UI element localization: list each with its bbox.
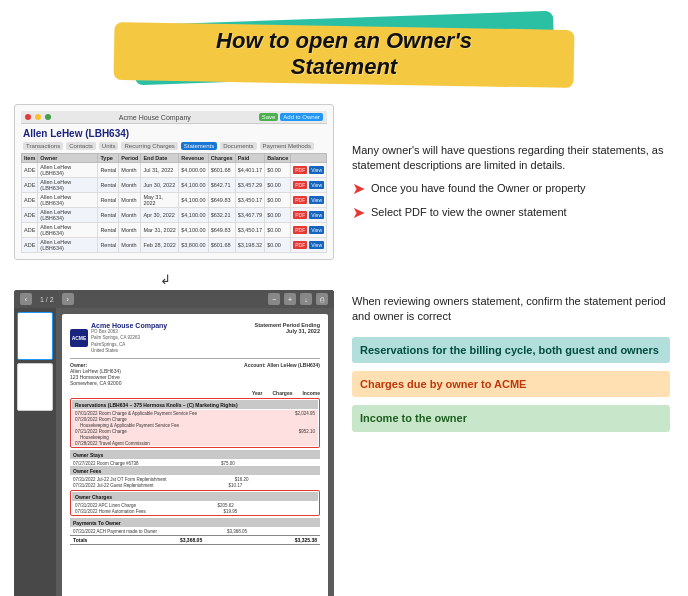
table-cell: Month — [119, 178, 141, 193]
pdf-btn-print[interactable]: ⎙ — [316, 293, 328, 305]
col-charges: Charges — [208, 154, 235, 163]
table-row: ADEAllen LeHew (LBH634)RentalMonthApr 30… — [22, 208, 327, 223]
table-cell: Mar 31, 2022 — [141, 223, 179, 238]
pdf-btn-prev[interactable]: ‹ — [20, 293, 32, 305]
nav-payments[interactable]: Payment Methods — [260, 142, 314, 150]
view-btn[interactable]: View — [309, 181, 324, 189]
pdf-btn[interactable]: PDF — [293, 241, 307, 249]
table-actions[interactable]: PDFView — [291, 193, 327, 208]
table-cell: ADE — [22, 163, 38, 178]
res-row-6: 07/28/2022 Travel Agent Commission — [72, 440, 318, 446]
table-cell: $0.00 — [265, 238, 291, 253]
owner-fees-row-2: 07/31/2022 Jul-22 Guest Replenishment$10… — [70, 482, 320, 488]
pdf-btn-zoom-out[interactable]: − — [268, 293, 280, 305]
table-cell: $4,401.17 — [235, 163, 264, 178]
table-cell: $601.68 — [208, 163, 235, 178]
table-cell: $649.83 — [208, 193, 235, 208]
pdf-thumb-2[interactable] — [17, 363, 53, 411]
table-cell: Month — [119, 208, 141, 223]
view-btn[interactable]: View — [309, 211, 324, 219]
table-actions[interactable]: PDFView — [291, 163, 327, 178]
table-cell: $0.00 — [265, 193, 291, 208]
table-cell: $0.00 — [265, 223, 291, 238]
table-cell: $3,450.17 — [235, 193, 264, 208]
owner-label: Owner: — [70, 362, 87, 368]
acme-logo: ACME Acme House Company PO Box 2063Palm … — [70, 322, 167, 354]
acme-company-info: Acme House Company PO Box 2063Palm Sprin… — [91, 322, 167, 354]
table-cell: $3,800.00 — [179, 238, 208, 253]
table-cell: Allen LeHew (LBH634) — [38, 223, 98, 238]
pdf-btn[interactable]: PDF — [293, 166, 307, 174]
table-actions[interactable]: PDFView — [291, 238, 327, 253]
table-cell: Jul 31, 2022 — [141, 163, 179, 178]
table-cell: Rental — [98, 238, 119, 253]
banner-line1: How to open an Owner's — [216, 28, 472, 53]
pdf-owner-row: Owner: Allen LeHew (LBH634)123 Homeowner… — [70, 358, 320, 386]
table-actions[interactable]: PDFView — [291, 208, 327, 223]
statements-table: Item Owner Type Period End Date Revenue … — [21, 153, 327, 253]
note-arrow1: ➤ Once you have found the Owner or prope… — [352, 181, 670, 197]
add-to-owner-btn[interactable]: Add to Owner — [280, 113, 323, 121]
dot-yellow — [35, 114, 41, 120]
table-cell: Month — [119, 223, 141, 238]
banner-line2: Statement — [291, 54, 397, 79]
nav-contacts[interactable]: Contacts — [66, 142, 96, 150]
view-btn[interactable]: View — [309, 166, 324, 174]
pdf-header: ACME Acme House Company PO Box 2063Palm … — [70, 322, 320, 354]
table-cell: $4,100.00 — [179, 223, 208, 238]
nav-transactions[interactable]: Transactions — [23, 142, 63, 150]
cursor-area: ↲ — [160, 270, 688, 286]
pdf-btn[interactable]: PDF — [293, 226, 307, 234]
year-label-blank: Year — [252, 390, 263, 396]
table-cell: Month — [119, 163, 141, 178]
pdf-btn-next[interactable]: › — [62, 293, 74, 305]
top-note-panel: Many owner's will have questions regardi… — [348, 104, 674, 260]
dot-red — [25, 114, 31, 120]
table-cell: $4,000.00 — [179, 163, 208, 178]
pdf-btn[interactable]: PDF — [293, 181, 307, 189]
nav-recurring[interactable]: Recurring Charges — [121, 142, 177, 150]
note-line3: Select PDF to view the owner statement — [371, 205, 567, 220]
table-cell: Rental — [98, 223, 119, 238]
callout-intro: When reviewing owners statement, confirm… — [352, 294, 670, 325]
top-section: Acme House Company Save Add to Owner All… — [14, 104, 674, 260]
table-cell: Allen LeHew (LBH634) — [38, 178, 98, 193]
nav-units[interactable]: Units — [99, 142, 119, 150]
table-cell: Apr 30, 2022 — [141, 208, 179, 223]
table-row: ADEAllen LeHew (LBH634)RentalMonthFeb 28… — [22, 238, 327, 253]
table-cell: Jun 30, 2022 — [141, 178, 179, 193]
totals-charges: $3,368.05 — [180, 537, 202, 543]
col-paid: Paid — [235, 154, 264, 163]
pdf-thumb-1[interactable] — [17, 312, 53, 360]
arrow-icon-2: ➤ — [352, 205, 365, 221]
nav-documents[interactable]: Documents — [220, 142, 256, 150]
table-cell: $4,100.00 — [179, 208, 208, 223]
view-btn[interactable]: View — [309, 226, 324, 234]
totals-label: Totals — [73, 537, 87, 543]
note-line1: Many owner's will have questions regardi… — [352, 143, 670, 174]
pdf-btn-zoom-in[interactable]: + — [284, 293, 296, 305]
table-actions[interactable]: PDFView — [291, 223, 327, 238]
view-btn[interactable]: View — [309, 196, 324, 204]
nav-statements[interactable]: Statements — [181, 142, 217, 150]
table-cell: Rental — [98, 163, 119, 178]
pdf-btn[interactable]: PDF — [293, 211, 307, 219]
table-cell: Feb 28, 2022 — [141, 238, 179, 253]
table-cell: $0.00 — [265, 208, 291, 223]
table-cell: $0.00 — [265, 178, 291, 193]
pdf-toolbar: ‹ 1 / 2 › − + ↓ ⎙ — [14, 290, 334, 308]
table-cell: $649.83 — [208, 223, 235, 238]
company-addr: PO Box 2063Palm Springs, CA 92263PalmSpr… — [91, 329, 167, 354]
table-actions[interactable]: PDFView — [291, 178, 327, 193]
table-cell: ADE — [22, 223, 38, 238]
col-balance: Balance — [265, 154, 291, 163]
table-cell: Allen LeHew (LBH634) — [38, 208, 98, 223]
pdf-btn-download[interactable]: ↓ — [300, 293, 312, 305]
owner-info: Owner: Allen LeHew (LBH634)123 Homeowner… — [70, 362, 121, 386]
pdf-btn[interactable]: PDF — [293, 196, 307, 204]
view-btn[interactable]: View — [309, 241, 324, 249]
pdf-main: ACME Acme House Company PO Box 2063Palm … — [14, 308, 334, 596]
save-btn[interactable]: Save — [259, 113, 279, 121]
bottom-section: ‹ 1 / 2 › − + ↓ ⎙ ACME Acme House Compan — [14, 290, 674, 596]
col-actions — [291, 154, 327, 163]
